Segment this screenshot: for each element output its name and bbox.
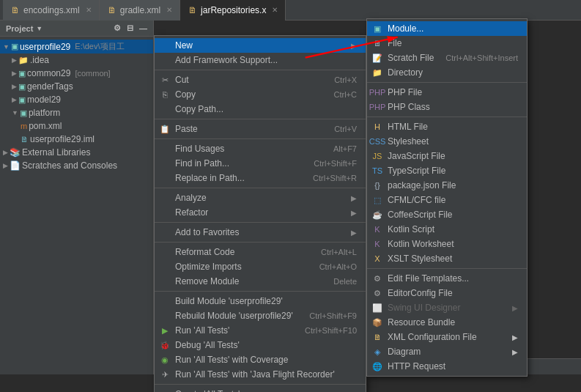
menu-item-replace-in-path[interactable]: Replace in Path... Ctrl+Shift+R (155, 171, 366, 185)
tree-item-idea[interactable]: ▶ 📁 .idea (0, 53, 153, 67)
remove-shortcut: Delete (333, 277, 357, 286)
menu-item-refactor[interactable]: Refactor ▶ (155, 205, 366, 220)
submenu-sep-3 (367, 268, 527, 269)
collapse-icon[interactable]: — (139, 24, 147, 33)
tree-item-model29[interactable]: ▶ ▣ model29 (0, 93, 153, 106)
submenu-file-label: File (388, 38, 401, 48)
tree-item-iml[interactable]: 🗎 userprofile29.iml (0, 133, 153, 146)
run-shortcut: Ctrl+Shift+F10 (305, 326, 357, 335)
submenu-js-label: JavaScript File (388, 151, 445, 161)
tree-item-external-libs[interactable]: ▶ 📚 External Libraries (0, 146, 153, 159)
tree-item-gendertags[interactable]: ▶ ▣ genderTags (0, 80, 153, 93)
menu-item-find-usages[interactable]: Find Usages Alt+F7 (155, 141, 366, 156)
tree-item-pomxml[interactable]: m pom.xml (0, 119, 153, 133)
tab-encodings[interactable]: 🗎 encodings.xml ✕ (3, 0, 100, 21)
menu-debug-label: Debug 'All Tests' (175, 340, 357, 350)
tab-close-3-icon[interactable]: ✕ (272, 6, 278, 14)
tab-jar[interactable]: 🗎 jarRepositories.x ✕ (180, 0, 286, 21)
menu-item-copy-path[interactable]: Copy Path... (155, 102, 366, 117)
tree-item-scratches[interactable]: ▶ 📄 Scratches and Consoles (0, 159, 153, 172)
find-path-shortcut: Ctrl+Shift+F (314, 159, 357, 168)
menu-item-rebuild-module[interactable]: Rebuild Module 'userprofile29' Ctrl+Shif… (155, 308, 366, 323)
submenu-item-scratch[interactable]: 📝 Scratch File Ctrl+Alt+Shift+Insert (367, 51, 527, 65)
menu-item-run-flight[interactable]: ✈ Run 'All Tests' with 'Java Flight Reco… (155, 367, 366, 382)
menu-add-framework-label: Add Framework Support... (175, 55, 357, 65)
submenu-item-swing[interactable]: ⬜ Swing UI Designer ▶ (367, 300, 527, 315)
chevron-icon-gender: ▶ (12, 83, 17, 90)
submenu-item-module[interactable]: ▣ Module... (367, 21, 527, 36)
submenu-item-diagram[interactable]: ◈ Diagram ▶ (367, 344, 527, 359)
separator-6 (155, 242, 366, 243)
tree-item-common29[interactable]: ▶ ▣ common29 [common] (0, 67, 153, 80)
php-file-icon: PHP (371, 88, 383, 97)
menu-item-debug-tests[interactable]: 🐞 Debug 'All Tests' (155, 338, 366, 352)
menu-reformat-label: Reformat Code (175, 247, 318, 257)
tab-bar: 🗎 encodings.xml ✕ 🗎 gradle.xml ✕ 🗎 jarRe… (0, 0, 581, 21)
menu-item-create-tests[interactable]: Create 'All Tests'... (155, 387, 366, 392)
submenu-module-label: Module... (388, 23, 423, 34)
submenu-item-coffee[interactable]: ☕ CoffeeScript File (367, 207, 527, 222)
menu-item-add-framework[interactable]: Add Framework Support... (155, 53, 366, 67)
menu-item-add-favorites[interactable]: Add to Favorites ▶ (155, 225, 366, 240)
submenu-item-directory[interactable]: 📁 Directory (367, 65, 527, 80)
submenu-item-html[interactable]: H HTML File (367, 119, 527, 134)
menu-item-remove-module[interactable]: Remove Module Delete (155, 274, 366, 289)
tab-close-icon[interactable]: ✕ (86, 6, 92, 14)
menu-item-build-module[interactable]: Build Module 'userprofile29' (155, 294, 366, 308)
submenu-resource-label: Resource Bundle (388, 317, 455, 328)
diagram-icon: ◈ (371, 347, 383, 357)
submenu-xslt-label: XSLT Stylesheet (388, 254, 452, 264)
submenu-item-cfml[interactable]: ⬚ CFML/CFC file (367, 193, 527, 207)
submenu-item-php-class[interactable]: PHP PHP Class (367, 100, 527, 114)
scratch-shortcut: Ctrl+Alt+Shift+Insert (445, 53, 518, 62)
scratch-submenu-icon: 📝 (371, 53, 383, 63)
gear-icon[interactable]: ⚙ (114, 23, 121, 33)
userprofile29-label: userprofile29 (20, 42, 70, 52)
extlibs-label: External Libraries (22, 147, 90, 158)
menu-item-copy[interactable]: ⎘ Copy Ctrl+C (155, 87, 366, 102)
menu-item-run-coverage[interactable]: ◉ Run 'All Tests' with Coverage (155, 352, 366, 367)
submenu-item-json[interactable]: {} package.json File (367, 178, 527, 193)
menu-item-optimize[interactable]: Optimize Imports Ctrl+Alt+O (155, 259, 366, 274)
submenu-arrow-new: ▶ (351, 42, 357, 50)
menu-item-cut[interactable]: ✂ Cut Ctrl+X (155, 73, 366, 87)
submenu-item-php-file[interactable]: PHP PHP File (367, 85, 527, 100)
tree-item-userprofile29[interactable]: ▼ ▣ userprofile29 E:\dev\项目工 (0, 40, 153, 53)
copy-icon: ⎘ (159, 90, 171, 99)
submenu-item-kotlin-script[interactable]: K Kotlin Script (367, 222, 527, 237)
separator-2 (155, 119, 366, 119)
submenu-item-js[interactable]: JS JavaScript File (367, 149, 527, 163)
submenu-item-file[interactable]: 🗎 File (367, 36, 527, 51)
submenu-item-editorconfig[interactable]: ⚙ EditorConfig File (367, 286, 527, 300)
menu-item-reformat[interactable]: Reformat Code Ctrl+Alt+L (155, 245, 366, 259)
menu-item-find-in-path[interactable]: Find in Path... Ctrl+Shift+F (155, 156, 366, 171)
optimize-shortcut: Ctrl+Alt+O (319, 262, 357, 271)
menu-remove-label: Remove Module (175, 276, 330, 286)
menu-new-label: New (175, 40, 348, 51)
menu-item-run-tests[interactable]: ▶ Run 'All Tests' Ctrl+Shift+F10 (155, 323, 366, 338)
resource-icon: 📦 (371, 318, 383, 328)
submenu-item-kotlin-worksheet[interactable]: K Kotlin Worksheet (367, 237, 527, 251)
xml-config-icon: 🗎 (371, 333, 383, 341)
json-icon: {} (371, 181, 383, 190)
submenu-new: ▣ Module... 🗎 File 📝 Scratch File Ctrl+A… (366, 18, 528, 377)
menu-item-paste[interactable]: 📋 Paste Ctrl+V (155, 122, 366, 136)
tab-gradle[interactable]: 🗎 gradle.xml ✕ (100, 0, 180, 21)
submenu-item-edit-templates[interactable]: ⚙ Edit File Templates... (367, 271, 527, 286)
menu-item-new[interactable]: New ▶ (155, 38, 366, 53)
pomxml-label: pom.xml (29, 121, 62, 131)
menu-item-analyze[interactable]: Analyze ▶ (155, 191, 366, 205)
submenu-item-ts[interactable]: TS TypeScript File (367, 163, 527, 178)
userprofile29-path: E:\dev\项目工 (75, 41, 124, 52)
submenu-item-resource[interactable]: 📦 Resource Bundle (367, 315, 527, 330)
submenu-http-label: HTTP Request (388, 361, 445, 371)
separator-7 (155, 291, 366, 292)
submenu-item-http[interactable]: 🌐 HTTP Request (367, 359, 527, 374)
menu-copy-path-label: Copy Path... (175, 104, 357, 114)
submenu-item-stylesheet[interactable]: CSS Stylesheet (367, 134, 527, 149)
layout-icon[interactable]: ⊟ (127, 23, 133, 33)
submenu-item-xslt[interactable]: X XSLT Stylesheet (367, 251, 527, 266)
tree-item-platform[interactable]: ▼ ▣ platform (0, 106, 153, 119)
submenu-item-xml-config[interactable]: 🗎 XML Configuration File ▶ (367, 330, 527, 344)
tab-close-2-icon[interactable]: ✕ (166, 6, 172, 14)
